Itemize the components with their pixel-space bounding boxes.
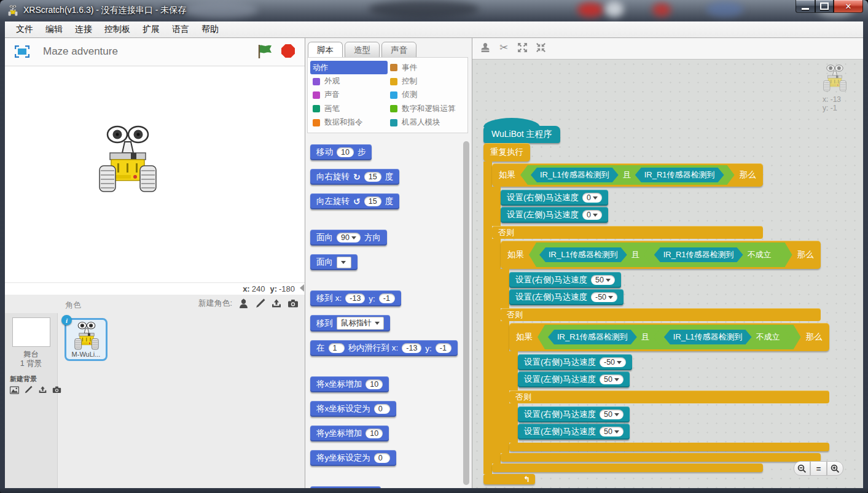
- block-number-input[interactable]: 10: [366, 379, 383, 389]
- sensor-reporter-block[interactable]: IR_L1传感器检测到: [539, 247, 627, 262]
- palette-block-change-y-by[interactable]: 将y坐标增加10: [310, 425, 389, 441]
- category-item[interactable]: 声音: [310, 88, 388, 102]
- not-operator-block[interactable]: IR_R1传感器检测到不成立: [644, 245, 782, 265]
- block-number-dropdown[interactable]: 50: [600, 375, 624, 384]
- category-item[interactable]: 外观: [310, 74, 388, 88]
- script-canvas[interactable]: x: -13 y: -1 WuLiBot 主程序重复执行如果IR_L1传感器检测…: [472, 59, 863, 488]
- script-block-set-left-motor-speed[interactable]: 设置(左侧)马达速度-50: [509, 289, 624, 305]
- menu-item[interactable]: 扩展: [136, 22, 166, 37]
- category-item[interactable]: 画笔: [310, 102, 388, 115]
- forever-loop[interactable]: 重复执行如果IR_L1传感器检测到且IR_R1传感器检测到那么设置(右侧)马达速…: [483, 143, 829, 484]
- maximize-button[interactable]: [815, 0, 834, 13]
- block-number-dropdown[interactable]: 50: [591, 275, 615, 285]
- script-block-set-left-motor-speed[interactable]: 设置(左侧)马达速度0: [501, 207, 608, 223]
- block-number-input[interactable]: 1: [329, 343, 345, 353]
- if-right-sensor-only[interactable]: 如果IR_R1传感器检测到且IR_L1传感器检测到不成立那么设置(右侧)马达速度…: [509, 323, 829, 451]
- grow-sprite-icon[interactable]: [517, 42, 528, 53]
- splitter-collapse-arrow[interactable]: [300, 284, 304, 292]
- block-number-dropdown[interactable]: 0: [582, 210, 602, 220]
- palette-scrollbar[interactable]: [463, 141, 469, 485]
- block-number-input[interactable]: 15: [364, 196, 381, 206]
- stage-thumbnail[interactable]: [12, 317, 50, 347]
- script-block-set-right-motor-speed[interactable]: 设置(右侧)马达速度50: [518, 406, 630, 422]
- category-item[interactable]: 侦测: [388, 88, 465, 102]
- minimize-button[interactable]: [796, 0, 815, 13]
- if-left-sensor-only[interactable]: 如果IR_L1传感器检测到且IR_R1传感器检测到不成立那么设置(右侧)马达速度…: [501, 241, 829, 462]
- menu-item[interactable]: 编辑: [39, 22, 69, 37]
- title-bar[interactable]: XRScratch(v1.6.3) - 没有连接串口 - 未保存 ✕: [0, 0, 868, 21]
- upload-backdrop-icon[interactable]: [37, 384, 48, 395]
- palette-block-point-towards[interactable]: 面向: [310, 254, 358, 270]
- camera-sprite-icon[interactable]: [287, 298, 299, 309]
- and-operator-block[interactable]: IR_L1传感器检测到且IR_R1传感器检测到: [520, 165, 735, 185]
- palette-block-set-x-to[interactable]: 将x坐标设定为0: [310, 401, 396, 417]
- block-number-dropdown[interactable]: 50: [600, 427, 624, 437]
- not-operator-block[interactable]: IR_L1传感器检测到不成立: [654, 327, 791, 347]
- palette-block-move-steps[interactable]: 移动10步: [310, 144, 372, 160]
- palette-block-turn-right[interactable]: 向右旋转↻15度: [310, 169, 399, 185]
- block-number-input[interactable]: 0: [374, 453, 390, 463]
- sensor-reporter-block[interactable]: IR_L1传感器检测到: [531, 168, 619, 182]
- zoom-in-button[interactable]: [827, 461, 843, 476]
- block-dropdown[interactable]: 鼠标指针: [337, 317, 384, 330]
- camera-backdrop-icon[interactable]: [51, 384, 62, 395]
- block-number-input[interactable]: 10: [337, 147, 354, 157]
- wulibot-main-program-hat[interactable]: WuLiBot 主程序: [483, 126, 560, 143]
- block-number-dropdown[interactable]: 50: [600, 410, 624, 419]
- category-item[interactable]: 数字和逻辑运算: [388, 102, 465, 115]
- menu-item[interactable]: 连接: [69, 22, 98, 37]
- tab-inactive[interactable]: 声音: [381, 42, 416, 58]
- if-both-sensors-detected[interactable]: 如果IR_L1传感器检测到且IR_R1传感器检测到那么设置(右侧)马达速度0设置…: [492, 163, 829, 472]
- shrink-sprite-icon[interactable]: [535, 42, 546, 53]
- palette-block-goto-xy[interactable]: 移到 x:-13y:-1: [310, 290, 401, 306]
- script-block-set-right-motor-speed[interactable]: 设置(右侧)马达速度50: [509, 272, 621, 288]
- block-number-dropdown[interactable]: -50: [591, 292, 617, 302]
- block-number-input[interactable]: 10: [366, 429, 383, 438]
- sensor-reporter-block[interactable]: IR_R1传感器检测到: [635, 168, 724, 182]
- wulibot-sprite[interactable]: [97, 125, 158, 193]
- category-item[interactable]: 数据和指令: [310, 116, 388, 130]
- scissors-delete-icon[interactable]: ✂: [498, 42, 509, 53]
- palette-block-goto-target[interactable]: 移到鼠标指针: [310, 315, 390, 332]
- zoom-reset-button[interactable]: =: [810, 461, 827, 476]
- block-number-dropdown[interactable]: 0: [582, 193, 602, 203]
- sensor-reporter-block[interactable]: IR_R1传感器检测到: [548, 330, 637, 344]
- paint-backdrop-icon[interactable]: [23, 384, 34, 395]
- block-number-input[interactable]: -1: [436, 343, 452, 353]
- menu-item[interactable]: 语言: [166, 22, 195, 37]
- paint-new-sprite-icon[interactable]: [254, 298, 265, 309]
- tab-active[interactable]: 脚本: [308, 42, 343, 58]
- stage-canvas[interactable]: [5, 66, 305, 282]
- tab-inactive[interactable]: 造型: [345, 42, 380, 58]
- stamp-duplicate-icon[interactable]: [480, 42, 491, 53]
- category-item[interactable]: 事件: [388, 61, 465, 74]
- palette-block-set-y-to[interactable]: 将y坐标设定为0: [310, 450, 396, 466]
- sensor-reporter-block[interactable]: IR_R1传感器检测到: [654, 247, 743, 262]
- category-item[interactable]: 动作: [310, 61, 388, 74]
- sprite-info-badge[interactable]: i: [61, 315, 72, 325]
- sensor-reporter-block[interactable]: IR_L1传感器检测到: [664, 330, 752, 344]
- block-dropdown[interactable]: [337, 257, 351, 268]
- block-number-input[interactable]: -13: [345, 293, 365, 303]
- palette-block-turn-left[interactable]: 向左旋转↺15度: [310, 193, 399, 209]
- stop-sign-icon[interactable]: [281, 44, 295, 58]
- sprite-card-m-wulibot[interactable]: i M-WuLi...: [65, 318, 108, 361]
- block-number-input[interactable]: 15: [364, 172, 381, 182]
- fullscreen-icon[interactable]: [15, 45, 29, 58]
- block-number-dropdown[interactable]: -50: [600, 357, 626, 367]
- new-sprite-library-icon[interactable]: [238, 298, 249, 309]
- script-block-set-right-motor-speed[interactable]: 设置(右侧)马达速度-50: [518, 354, 632, 370]
- script-block-set-left-motor-speed[interactable]: 设置(左侧)马达速度50: [518, 424, 630, 440]
- script-block-set-left-motor-speed[interactable]: 设置(左侧)马达速度50: [518, 371, 630, 387]
- block-number-input[interactable]: -13: [402, 343, 421, 353]
- palette-block-change-x-by[interactable]: 将x坐标增加10: [310, 376, 389, 392]
- upload-sprite-icon[interactable]: [271, 298, 282, 309]
- menu-item[interactable]: 控制板: [98, 22, 136, 37]
- block-number-dropdown[interactable]: 90: [337, 233, 361, 243]
- backdrop-library-icon[interactable]: [9, 384, 20, 395]
- zoom-out-button[interactable]: [794, 461, 810, 476]
- block-number-input[interactable]: -1: [379, 293, 395, 303]
- and-operator-block[interactable]: IR_L1传感器检测到且IR_R1传感器检测到不成立: [529, 243, 792, 267]
- category-item[interactable]: 控制: [388, 74, 465, 88]
- palette-block-bounce-on-edge[interactable]: 碰到边缘就反弹: [310, 486, 381, 488]
